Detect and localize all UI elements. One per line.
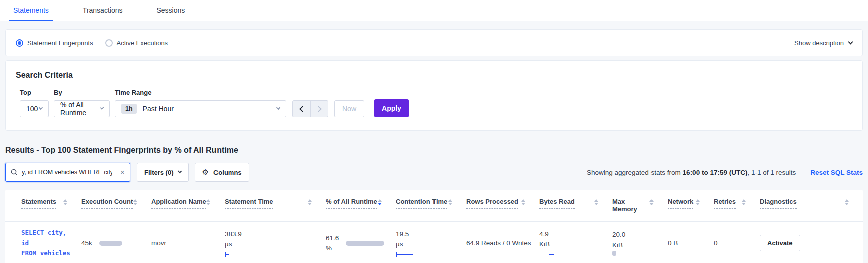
- bytes-read-bar: [539, 252, 557, 257]
- col-header-max-memory[interactable]: Max Memory: [612, 190, 668, 222]
- radio-selected-icon[interactable]: [16, 39, 23, 47]
- contention-time-bar: [396, 252, 462, 257]
- col-label: Statements: [21, 198, 56, 209]
- now-button[interactable]: Now: [334, 100, 364, 117]
- statement-time-unit: µs: [225, 240, 322, 249]
- top-select[interactable]: 100: [20, 100, 49, 117]
- pct-runtime-bar: [346, 241, 384, 246]
- search-input-value: y, id FROM vehicles WHERE city = $1: [22, 169, 112, 176]
- sort-icon[interactable]: [206, 199, 210, 205]
- radio-active-executions[interactable]: Active Executions: [105, 39, 168, 47]
- col-label: Rows Processed: [466, 198, 518, 209]
- col-header-statement-time[interactable]: Statement Time: [225, 190, 326, 222]
- sort-icon[interactable]: [448, 199, 452, 205]
- sort-icon[interactable]: [594, 199, 598, 205]
- statements-table-card: Statements Execution Count Application N…: [5, 190, 863, 263]
- sort-icon[interactable]: [308, 199, 312, 205]
- text-caret: [116, 168, 116, 176]
- tab-sessions[interactable]: Sessions: [152, 0, 189, 21]
- col-label: % of All Runtime: [326, 198, 377, 209]
- stats-time-range: 16:00 to 17:59 (UTC): [683, 169, 748, 176]
- cell-diagnostics: Activate: [760, 222, 863, 263]
- col-header-network[interactable]: Network: [668, 190, 714, 222]
- aggregated-stats-text: Showing aggregated stats from 16:00 to 1…: [587, 169, 796, 176]
- results-heading: Results - Top 100 Statement Fingerprints…: [5, 146, 863, 155]
- results-toolbar: y, id FROM vehicles WHERE city = $1 ✕ Fi…: [5, 163, 863, 182]
- filters-button-label: Filters (0): [144, 169, 174, 176]
- chevron-down-icon: [39, 106, 43, 110]
- radio-statement-fingerprints[interactable]: Statement Fingerprints: [16, 39, 93, 47]
- sort-icon[interactable]: [649, 199, 654, 205]
- sort-icon[interactable]: [521, 199, 525, 205]
- bytes-read-value: 4.9: [539, 230, 608, 239]
- search-criteria-title: Search Criteria: [16, 71, 852, 80]
- col-label: Execution Count: [81, 198, 133, 209]
- gear-icon: ⚙: [202, 169, 209, 176]
- by-label: By: [54, 89, 110, 96]
- filters-button[interactable]: Filters (0): [137, 163, 189, 182]
- sort-icon[interactable]: [742, 199, 746, 205]
- reset-sql-stats-link[interactable]: Reset SQL Stats: [810, 169, 863, 176]
- sort-icon[interactable]: [845, 199, 849, 205]
- tab-statements[interactable]: Statements: [9, 0, 53, 21]
- top-tab-bar: Statements Transactions Sessions: [0, 0, 868, 21]
- sort-icon[interactable]: [133, 199, 137, 205]
- max-memory-value: 20.0: [612, 230, 664, 239]
- pct-runtime-unit: %: [326, 244, 339, 253]
- sort-icon[interactable]: [63, 199, 67, 205]
- col-header-rows-processed[interactable]: Rows Processed: [466, 190, 539, 222]
- statement-fingerprint-link[interactable]: SELECT city, idFROM vehicles: [21, 229, 70, 257]
- activate-diagnostics-button[interactable]: Activate: [760, 235, 800, 251]
- contention-time-unit: µs: [396, 240, 462, 249]
- show-description-label: Show description: [794, 39, 844, 47]
- cell-max-memory: 20.0 KiB: [612, 222, 668, 263]
- col-header-application-name[interactable]: Application Name: [151, 190, 225, 222]
- search-criteria-card: Search Criteria Top 100 By % of All Runt…: [5, 60, 863, 131]
- table-row: SELECT city, idFROM vehicles 45k movr 38…: [5, 222, 863, 263]
- cell-rows-processed: 64.9 Reads / 0 Writes: [466, 222, 539, 263]
- clear-search-icon[interactable]: ✕: [120, 169, 125, 176]
- col-header-retries[interactable]: Retries: [714, 190, 760, 222]
- time-range-step-group: [292, 100, 328, 117]
- apply-button[interactable]: Apply: [374, 99, 409, 117]
- col-header-pct-of-all-runtime[interactable]: % of All Runtime: [326, 190, 396, 222]
- view-toggle-card: Statement Fingerprints Active Executions…: [5, 29, 863, 56]
- col-label: Application Name: [151, 198, 206, 209]
- col-header-diagnostics[interactable]: Diagnostics: [760, 190, 863, 222]
- show-description-toggle[interactable]: Show description: [794, 39, 852, 47]
- tab-transactions[interactable]: Transactions: [79, 0, 127, 21]
- col-header-contention-time[interactable]: Contention Time: [396, 190, 466, 222]
- col-header-statements[interactable]: Statements: [5, 190, 81, 222]
- top-select-value: 100: [26, 105, 38, 113]
- statement-line1: SELECT city, id: [21, 229, 66, 247]
- search-input[interactable]: y, id FROM vehicles WHERE city = $1 ✕: [5, 163, 130, 182]
- cell-network: 0 B: [668, 222, 714, 263]
- cell-application-name: movr: [151, 222, 225, 263]
- sort-icon[interactable]: [696, 199, 700, 205]
- col-label: Network: [668, 198, 693, 209]
- radio-unselected-icon[interactable]: [105, 39, 113, 47]
- col-label: Bytes Read: [539, 198, 575, 209]
- by-select[interactable]: % of All Runtime: [54, 100, 110, 117]
- radio-active-executions-label: Active Executions: [117, 39, 168, 47]
- search-icon: [11, 169, 18, 176]
- col-header-bytes-read[interactable]: Bytes Read: [539, 190, 612, 222]
- search-criteria-controls: Top 100 By % of All Runtime Time Range 1…: [16, 89, 852, 117]
- bytes-read-unit: KiB: [539, 240, 608, 249]
- time-range-prev-button[interactable]: [293, 101, 310, 117]
- retries-value: 0: [714, 239, 718, 247]
- top-field: Top 100: [20, 89, 49, 117]
- chevron-down-icon: [848, 39, 853, 44]
- col-header-execution-count[interactable]: Execution Count: [81, 190, 151, 222]
- columns-button[interactable]: ⚙ Columns: [195, 163, 249, 182]
- statement-time-bar: [225, 252, 322, 257]
- col-label: Diagnostics: [760, 198, 797, 209]
- time-range-select[interactable]: 1h Past Hour: [115, 100, 286, 117]
- sort-icon-active-desc[interactable]: [378, 199, 382, 205]
- chevron-right-icon: [315, 106, 322, 112]
- time-range-next-button[interactable]: [310, 101, 328, 117]
- execution-count-value: 45k: [81, 239, 92, 247]
- execution-count-bar: [99, 241, 122, 246]
- chevron-down-icon: [177, 169, 181, 173]
- col-label: Max Memory: [612, 198, 649, 216]
